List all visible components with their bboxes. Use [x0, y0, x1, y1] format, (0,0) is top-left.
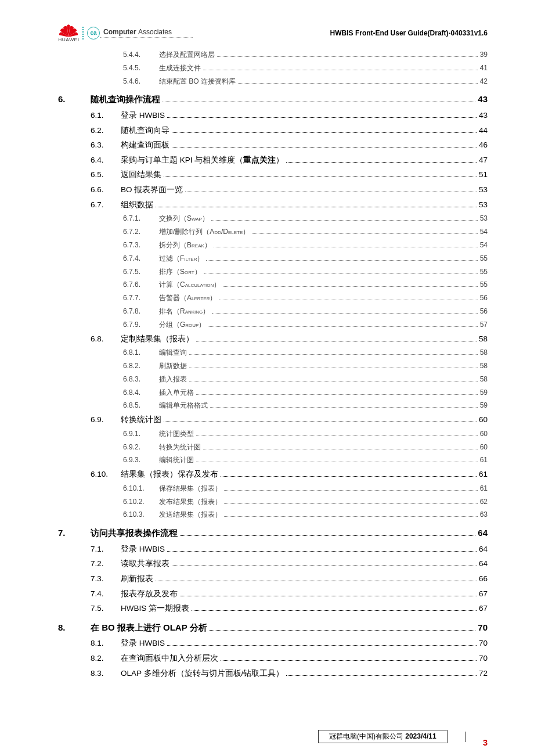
toc-page: 58 [480, 359, 488, 373]
toc-entry[interactable]: 6.1.登录 HWBIS43 [58, 108, 488, 123]
toc-entry[interactable]: 6.10.结果集（报表）保存及发布61 [58, 467, 488, 482]
toc-entry[interactable]: 6.10.2.发布结果集（报表）62 [58, 495, 488, 509]
toc-entry[interactable]: 7.2.读取共享报表64 [58, 556, 488, 571]
toc-entry[interactable]: 6.6.BO 报表界面一览53 [58, 182, 488, 197]
toc-page: 43 [479, 108, 488, 123]
toc-page: 70 [479, 636, 488, 651]
toc-number: 6.8.2. [123, 359, 159, 373]
toc-leader [210, 630, 476, 631]
toc-leader [189, 368, 478, 368]
toc-entry[interactable]: 6.9.2.转换为统计图60 [58, 441, 488, 454]
toc-page: 64 [479, 556, 488, 571]
toc-number: 7. [58, 525, 91, 542]
toc-entry[interactable]: 6.7.1.交换列（Swap）53 [58, 212, 488, 225]
toc-number: 7.5. [91, 601, 121, 616]
toc-number: 6.7.8. [123, 305, 159, 318]
toc-entry[interactable]: 7.5.HWBIS 第一期报表67 [58, 601, 488, 616]
toc-entry[interactable]: 5.4.5.生成连接文件41 [58, 62, 488, 75]
toc-entry[interactable]: 7.访问共享报表操作流程64 [58, 525, 488, 542]
toc-leader [189, 381, 478, 381]
toc-entry[interactable]: 6.7.3.拆分列（Break）54 [58, 239, 488, 252]
toc-entry[interactable]: 6.8.1.编辑查询58 [58, 346, 488, 359]
toc-title: 交换列（Swap） [159, 212, 209, 225]
table-of-contents: 5.4.4.选择及配置网络层395.4.5.生成连接文件415.4.6.结束配置… [58, 48, 488, 681]
toc-leader [221, 660, 477, 661]
toc-entry[interactable]: 6.随机查询操作流程43 [58, 91, 488, 108]
toc-entry[interactable]: 6.7.7.告警器（Alerter）56 [58, 291, 488, 305]
toc-entry[interactable]: 8.3.OLAP 多维分析（旋转与切片面板/钻取工具）72 [58, 666, 488, 681]
toc-entry[interactable]: 8.1.登录 HWBIS70 [58, 636, 488, 651]
ca-label: Computer Associates [103, 28, 193, 36]
toc-entry[interactable]: 6.2.随机查询向导44 [58, 123, 488, 138]
toc-leader [221, 476, 477, 477]
toc-title: 读取共享报表 [121, 556, 169, 571]
toc-entry[interactable]: 6.4.采购与订单主题 KPI 与相关维度（重点关注）47 [58, 153, 488, 168]
toc-leader [156, 207, 477, 207]
toc-entry[interactable]: 6.8.5.编辑单元格格式59 [58, 399, 488, 412]
toc-title: 返回结果集 [121, 167, 161, 182]
toc-number: 5.4.5. [123, 62, 159, 75]
toc-entry[interactable]: 6.7.9.分组（Group）57 [58, 318, 488, 332]
toc-page: 66 [479, 571, 488, 586]
toc-number: 5.4.6. [123, 75, 159, 88]
toc-page: 53 [479, 197, 488, 213]
toc-title: 构建查询面板 [121, 138, 169, 153]
toc-number: 6.9. [91, 412, 121, 427]
toc-entry[interactable]: 7.1.登录 HWBIS64 [58, 542, 488, 557]
toc-title: 拆分列（Break） [159, 239, 211, 252]
toc-leader [185, 192, 477, 192]
toc-entry[interactable]: 6.9.转换统计图60 [58, 412, 488, 427]
toc-number: 6.7.3. [123, 239, 159, 252]
toc-leader [214, 247, 478, 247]
toc-title: OLAP 多维分析（旋转与切片面板/钻取工具） [121, 666, 284, 681]
toc-entry[interactable]: 6.7.4.过滤（Filter）55 [58, 252, 488, 265]
toc-title: 随机查询操作流程 [91, 91, 160, 108]
toc-title: 增加/删除行列（Add/Delete） [159, 225, 250, 239]
toc-entry[interactable]: 6.7.组织数据53 [58, 197, 488, 213]
toc-entry[interactable]: 6.7.6.计算（Calculation）55 [58, 278, 488, 291]
toc-entry[interactable]: 6.5.返回结果集51 [58, 167, 488, 182]
toc-entry[interactable]: 6.8.定制结果集（报表）58 [58, 332, 488, 347]
toc-number: 7.3. [91, 571, 121, 586]
toc-title: 排序（Sort） [159, 265, 201, 279]
toc-entry[interactable]: 6.7.5.排序（Sort）55 [58, 265, 488, 279]
toc-page: 72 [479, 666, 488, 681]
toc-entry[interactable]: 6.9.3.编辑统计图61 [58, 453, 488, 467]
toc-page: 61 [480, 453, 488, 467]
toc-title: 登录 HWBIS [121, 108, 165, 123]
toc-entry[interactable]: 7.4.报表存放及发布67 [58, 586, 488, 602]
toc-entry[interactable]: 6.8.3.插入报表58 [58, 373, 488, 386]
toc-number: 6.10.2. [123, 495, 159, 509]
toc-page: 56 [480, 305, 488, 318]
toc-number: 6.7.1. [123, 212, 159, 225]
huawei-icon [58, 23, 79, 38]
toc-leader [167, 551, 477, 552]
toc-entry[interactable]: 8.2.在查询面板中加入分析层次70 [58, 651, 488, 666]
toc-title: 转换统计图 [121, 412, 161, 427]
toc-entry[interactable]: 6.10.3.发送结果集（报表）63 [58, 508, 488, 521]
toc-entry[interactable]: 5.4.4.选择及配置网络层39 [58, 48, 488, 62]
toc-page: 53 [480, 212, 488, 225]
toc-leader [204, 273, 478, 274]
toc-page: 59 [480, 399, 488, 412]
toc-entry[interactable]: 6.8.4.插入单元格59 [58, 386, 488, 399]
toc-number: 6.10.1. [123, 482, 159, 495]
toc-entry[interactable]: 6.8.2.刷新数据58 [58, 359, 488, 373]
toc-entry[interactable]: 5.4.6.结束配置 BO 连接资料库42 [58, 75, 488, 88]
toc-page: 67 [479, 601, 488, 616]
toc-entry[interactable]: 6.7.8.排名（Ranking）56 [58, 305, 488, 318]
toc-entry[interactable]: 6.7.2.增加/删除行列（Add/Delete）54 [58, 225, 488, 239]
toc-title: 编辑单元格格式 [159, 399, 208, 412]
toc-title: 登录 HWBIS [121, 542, 165, 557]
toc-entry[interactable]: 6.10.1.保存结果集（报表）61 [58, 482, 488, 495]
toc-number: 6.1. [91, 108, 121, 123]
toc-title: 在 BO 报表上进行 OLAP 分析 [91, 620, 207, 636]
toc-entry[interactable]: 7.3.刷新报表66 [58, 571, 488, 586]
toc-entry[interactable]: 6.9.1.统计图类型60 [58, 427, 488, 441]
toc-entry[interactable]: 6.3.构建查询面板46 [58, 138, 488, 153]
toc-entry[interactable]: 8.在 BO 报表上进行 OLAP 分析70 [58, 620, 488, 636]
toc-title: 选择及配置网络层 [159, 48, 215, 62]
toc-title: 结果集（报表）保存及发布 [121, 467, 218, 482]
toc-leader [172, 566, 477, 566]
toc-title: 告警器（Alerter） [159, 291, 217, 305]
